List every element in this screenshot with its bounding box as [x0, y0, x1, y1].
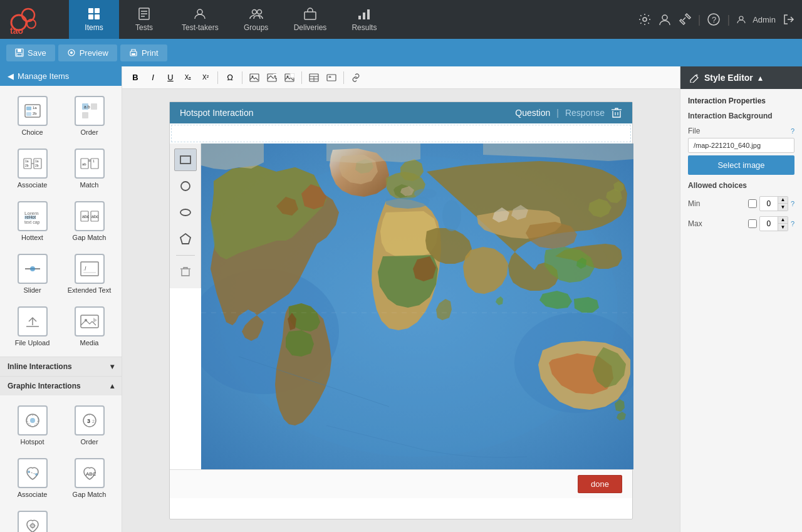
- omega-button[interactable]: Ω: [222, 70, 238, 86]
- min-checkbox[interactable]: [748, 199, 757, 208]
- nav-item-items[interactable]: Items: [69, 0, 119, 39]
- order-icon: a b: [75, 96, 105, 126]
- svg-point-99: [181, 182, 190, 190]
- max-choice-row: Max 0 ▲ ▼ ?: [688, 216, 794, 231]
- interaction-file-upload[interactable]: File Upload: [5, 301, 60, 352]
- nav-item-results[interactable]: Results: [339, 0, 389, 39]
- nav-item-testtakers[interactable]: Test-takers: [169, 0, 231, 39]
- graphic-hotspot[interactable]: Hotspot: [5, 400, 60, 451]
- select-image-button[interactable]: Select image: [688, 155, 794, 175]
- insert-image2-button[interactable]: [264, 70, 280, 86]
- max-help-icon[interactable]: ?: [791, 220, 794, 227]
- svg-rect-15: [305, 12, 316, 19]
- svg-rect-63: [81, 262, 98, 276]
- svg-point-100: [180, 209, 190, 216]
- interaction-properties-section: Interaction Properties Interaction Backg…: [680, 89, 802, 244]
- max-decrement-button[interactable]: ▼: [778, 224, 788, 231]
- tools-icon[interactable]: [678, 13, 692, 26]
- interaction-associate[interactable]: 1a2b1a2b Associate: [5, 143, 60, 194]
- svg-rect-67: [81, 315, 98, 328]
- save-button[interactable]: Save: [6, 44, 55, 61]
- insert-image3-button[interactable]: [281, 70, 298, 86]
- subscript-button[interactable]: X₂: [180, 70, 196, 86]
- svg-rect-5: [95, 8, 100, 13]
- nav-item-deliveries[interactable]: Deliveries: [281, 0, 340, 39]
- min-decrement-button[interactable]: ▼: [778, 204, 788, 211]
- interaction-match[interactable]: ab1 Match: [62, 143, 117, 194]
- graphic-select-point[interactable]: Select Point: [5, 506, 60, 532]
- world-map[interactable]: [201, 143, 633, 469]
- chevron-down-icon: ▾: [110, 362, 114, 371]
- nav-item-groups[interactable]: Groups: [231, 0, 281, 39]
- underline-button[interactable]: U: [162, 70, 179, 86]
- interaction-extended-text[interactable]: I Extended Text: [62, 249, 117, 299]
- panel-collapse-button[interactable]: ▴: [758, 73, 763, 83]
- response-tab[interactable]: Response: [565, 108, 605, 118]
- svg-text:ab: ab: [82, 162, 86, 166]
- shape-tools-panel: [170, 143, 201, 288]
- app-logo[interactable]: tao: [6, 4, 69, 35]
- manage-items-header[interactable]: ◀ Manage Items: [0, 66, 122, 86]
- max-label: Max: [688, 219, 702, 228]
- insert-image-button[interactable]: [246, 70, 263, 86]
- ellipse-tool[interactable]: [174, 201, 197, 224]
- inline-interactions-toggle[interactable]: Inline Interactions ▾: [0, 357, 122, 376]
- file-help-icon[interactable]: ?: [791, 127, 794, 135]
- svg-rect-6: [88, 14, 93, 19]
- nav-right: | ? | Admin: [638, 13, 796, 26]
- file-upload-icon: [18, 306, 48, 336]
- help-icon[interactable]: ?: [707, 13, 721, 26]
- main-toolbar: Save Preview Print: [0, 39, 802, 66]
- svg-text:ABC: ABC: [86, 471, 96, 477]
- trash-icon[interactable]: [611, 107, 622, 118]
- interaction-order[interactable]: a b Order: [62, 91, 117, 141]
- media-icon: [75, 306, 105, 336]
- question-tab[interactable]: Question: [515, 108, 550, 118]
- interaction-gap-match[interactable]: abcabc Gap Match: [62, 196, 117, 246]
- italic-button[interactable]: I: [145, 70, 161, 86]
- max-checkbox[interactable]: [748, 219, 757, 228]
- svg-point-13: [252, 10, 256, 14]
- gap-match-icon: abcabc: [75, 201, 105, 231]
- basic-interactions-grid: 1a2b Choice a b Order 1a2b1a2b Associate…: [0, 86, 122, 357]
- min-help-icon[interactable]: ?: [791, 200, 794, 207]
- rectangle-tool[interactable]: [174, 149, 197, 171]
- preview-button[interactable]: Preview: [58, 44, 117, 61]
- insert-table-button[interactable]: [306, 70, 322, 86]
- file-field-label: File ?: [688, 127, 794, 135]
- logout-icon[interactable]: [782, 13, 796, 26]
- top-navigation: tao Items Tests Test-takers Groups Deliv…: [0, 0, 802, 39]
- nav-item-tests[interactable]: Tests: [119, 0, 169, 39]
- interaction-slider[interactable]: Slider: [5, 249, 60, 299]
- bold-button[interactable]: B: [127, 70, 143, 86]
- interaction-media[interactable]: Media: [62, 301, 117, 352]
- graphic-order[interactable]: 32 Order: [62, 400, 117, 451]
- graphic-associate[interactable]: Associate: [5, 453, 60, 503]
- done-button[interactable]: done: [578, 475, 622, 493]
- svg-rect-52: [88, 159, 91, 162]
- insert-quote-button[interactable]: ❝: [323, 70, 340, 86]
- polygon-tool[interactable]: [174, 227, 197, 250]
- choice-icon: 1a2b: [18, 96, 48, 126]
- editor-area: Hotspot Interaction Question | Response: [122, 89, 680, 532]
- delete-shape-tool[interactable]: [174, 261, 197, 283]
- graphic-interactions-toggle[interactable]: Graphic Interactions ▴: [0, 376, 122, 395]
- users-icon[interactable]: [658, 13, 672, 26]
- max-increment-button[interactable]: ▲: [778, 217, 788, 224]
- file-path-display: /map-221210_640.jpg: [688, 138, 794, 153]
- prompt-area[interactable]: [171, 125, 631, 142]
- svg-point-28: [70, 51, 73, 54]
- svg-rect-32: [26, 107, 31, 110]
- settings-icon[interactable]: [638, 13, 652, 26]
- min-increment-button[interactable]: ▲: [778, 197, 788, 204]
- svg-point-62: [30, 266, 35, 271]
- superscript-button[interactable]: X²: [197, 70, 214, 86]
- graphic-gap-match[interactable]: ABC Gap Match: [62, 453, 117, 503]
- min-value: 0: [760, 198, 778, 209]
- interaction-hottext[interactable]: LoremreHottext cap Hottext: [5, 196, 60, 246]
- print-button[interactable]: Print: [120, 44, 167, 61]
- circle-tool[interactable]: [174, 175, 197, 197]
- insert-link-button[interactable]: [348, 70, 364, 86]
- svg-marker-69: [93, 318, 97, 323]
- interaction-choice[interactable]: 1a2b Choice: [5, 91, 60, 141]
